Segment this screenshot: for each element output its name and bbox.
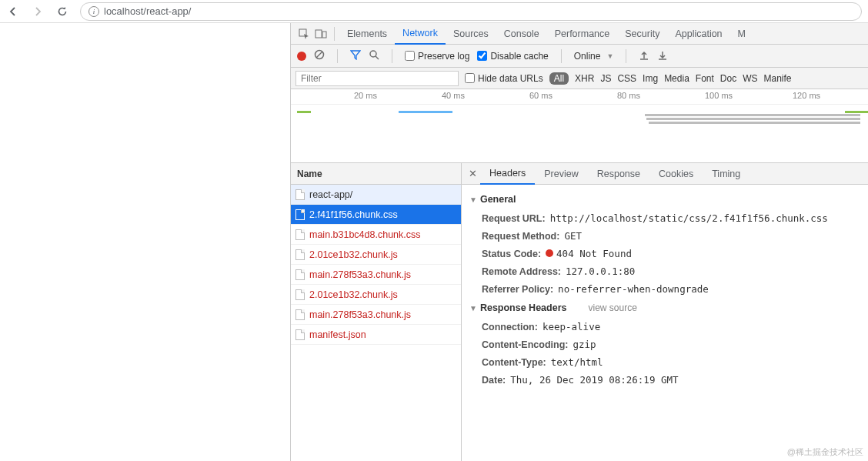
address-bar[interactable]: i localhost/react-app/ bbox=[80, 2, 862, 21]
request-name: 2.f41f1f56.chunk.css bbox=[309, 209, 398, 220]
details-tab-headers[interactable]: Headers bbox=[480, 163, 535, 185]
devtools-tab-security[interactable]: Security bbox=[617, 23, 667, 45]
header-row: Referrer Policy:no-referrer-when-downgra… bbox=[468, 280, 865, 298]
request-name: main.278f53a3.chunk.js bbox=[309, 269, 411, 280]
details-tab-timing[interactable]: Timing bbox=[703, 163, 749, 185]
forward-button[interactable] bbox=[31, 5, 45, 18]
header-value: 404 Not Found bbox=[546, 248, 632, 259]
svg-point-5 bbox=[370, 51, 376, 57]
devtools-tab-m[interactable]: M bbox=[730, 23, 753, 45]
filter-type-manife[interactable]: Manife bbox=[764, 73, 792, 84]
filter-input[interactable] bbox=[295, 71, 459, 86]
file-icon bbox=[295, 309, 305, 320]
filter-type-font[interactable]: Font bbox=[696, 73, 714, 84]
devtools-tab-sources[interactable]: Sources bbox=[446, 23, 496, 45]
watermark: @稀土掘金技术社区 bbox=[787, 446, 863, 458]
details-tab-cookies[interactable]: Cookies bbox=[649, 163, 703, 185]
header-key: Connection: bbox=[482, 322, 538, 332]
hide-data-urls-checkbox[interactable]: Hide data URLs bbox=[465, 73, 543, 84]
import-har-icon[interactable] bbox=[639, 49, 649, 62]
device-toolbar-icon[interactable] bbox=[312, 28, 329, 39]
filter-type-all[interactable]: All bbox=[549, 72, 569, 85]
header-row: Connection:keep-alive bbox=[468, 318, 865, 336]
caret-down-icon: ▼ bbox=[469, 195, 477, 204]
reload-button[interactable] bbox=[55, 5, 69, 18]
page-viewport bbox=[0, 23, 290, 461]
view-source-link[interactable]: view source bbox=[588, 302, 636, 313]
devtools-tab-console[interactable]: Console bbox=[496, 23, 547, 45]
clear-button[interactable] bbox=[314, 49, 325, 62]
chevron-down-icon: ▼ bbox=[606, 52, 613, 60]
disable-cache-checkbox[interactable]: Disable cache bbox=[477, 51, 548, 62]
site-info-icon[interactable]: i bbox=[88, 6, 99, 17]
svg-line-4 bbox=[316, 52, 322, 58]
header-key: Request URL: bbox=[482, 213, 546, 224]
filter-type-media[interactable]: Media bbox=[664, 73, 689, 84]
devtools-tab-elements[interactable]: Elements bbox=[339, 23, 395, 45]
request-row[interactable]: react-app/ bbox=[291, 185, 461, 205]
request-name: main.278f53a3.chunk.js bbox=[309, 309, 411, 320]
export-har-icon[interactable] bbox=[657, 49, 668, 62]
details-tab-strip: ✕ HeadersPreviewResponseCookiesTiming bbox=[462, 163, 868, 185]
filter-type-doc[interactable]: Doc bbox=[720, 73, 736, 84]
request-row[interactable]: main.278f53a3.chunk.js bbox=[291, 305, 461, 325]
devtools-tab-application[interactable]: Application bbox=[667, 23, 729, 45]
request-row[interactable]: 2.01ce1b32.chunk.js bbox=[291, 285, 461, 305]
filter-toggle-icon[interactable] bbox=[350, 49, 361, 62]
record-button[interactable] bbox=[297, 52, 306, 61]
preserve-log-checkbox[interactable]: Preserve log bbox=[405, 51, 469, 62]
network-request-list: Name react-app/2.f41f1f56.chunk.cssmain.… bbox=[291, 163, 462, 461]
header-key: Referrer Policy: bbox=[482, 284, 553, 295]
request-row[interactable]: main.b31bc4d8.chunk.css bbox=[291, 225, 461, 245]
header-key: Date: bbox=[482, 375, 506, 386]
inspect-element-icon[interactable] bbox=[295, 28, 312, 39]
header-row: Status Code:404 Not Found bbox=[468, 245, 865, 262]
request-row[interactable]: 2.01ce1b32.chunk.js bbox=[291, 245, 461, 265]
response-headers-section-header[interactable]: ▼Response Headersview source bbox=[468, 298, 865, 318]
filter-type-ws[interactable]: WS bbox=[743, 73, 757, 84]
network-toolbar: Preserve log Disable cache Online▼ bbox=[291, 45, 868, 68]
header-value: keep-alive bbox=[542, 321, 600, 332]
header-key: Remote Address: bbox=[482, 266, 561, 277]
svg-rect-2 bbox=[322, 32, 326, 38]
header-key: Content-Encoding: bbox=[482, 339, 568, 350]
devtools-tab-network[interactable]: Network bbox=[395, 23, 446, 45]
back-button[interactable] bbox=[6, 5, 20, 18]
header-row: Remote Address:127.0.0.1:80 bbox=[468, 262, 865, 280]
search-icon[interactable] bbox=[369, 49, 379, 62]
devtools-tab-performance[interactable]: Performance bbox=[547, 23, 618, 45]
svg-rect-1 bbox=[315, 30, 322, 38]
filter-type-js[interactable]: JS bbox=[600, 73, 611, 84]
network-timeline[interactable]: 20 ms 40 ms 60 ms 80 ms 100 ms 120 ms bbox=[291, 89, 868, 163]
header-row: Request Method:GET bbox=[468, 227, 865, 245]
filter-type-img[interactable]: Img bbox=[643, 73, 658, 84]
request-row[interactable]: manifest.json bbox=[291, 325, 461, 345]
file-icon bbox=[295, 329, 305, 340]
url-text: localhost/react-app/ bbox=[104, 5, 191, 17]
file-icon bbox=[295, 289, 305, 300]
request-name: manifest.json bbox=[309, 329, 366, 340]
request-name: 2.01ce1b32.chunk.js bbox=[309, 289, 398, 300]
name-column-header[interactable]: Name bbox=[291, 163, 461, 185]
devtools-tab-strip: ElementsNetworkSourcesConsolePerformance… bbox=[291, 23, 868, 45]
svg-line-6 bbox=[376, 56, 379, 59]
filter-type-xhr[interactable]: XHR bbox=[575, 73, 594, 84]
filter-type-css[interactable]: CSS bbox=[617, 73, 636, 84]
request-details-panel: ✕ HeadersPreviewResponseCookiesTiming ▼G… bbox=[462, 163, 868, 461]
header-value: text/html bbox=[551, 356, 603, 368]
browser-toolbar: i localhost/react-app/ bbox=[0, 0, 868, 23]
header-value: GET bbox=[564, 230, 582, 242]
details-tab-response[interactable]: Response bbox=[588, 163, 649, 185]
details-tab-preview[interactable]: Preview bbox=[535, 163, 587, 185]
header-row: Date:Thu, 26 Dec 2019 08:26:19 GMT bbox=[468, 371, 865, 389]
header-key: Status Code: bbox=[482, 249, 541, 259]
close-details-button[interactable]: ✕ bbox=[465, 168, 480, 179]
request-name: 2.01ce1b32.chunk.js bbox=[309, 249, 398, 260]
request-row[interactable]: main.278f53a3.chunk.js bbox=[291, 265, 461, 285]
request-name: react-app/ bbox=[309, 189, 352, 200]
header-key: Content-Type: bbox=[482, 357, 546, 368]
request-row[interactable]: 2.f41f1f56.chunk.css bbox=[291, 205, 461, 225]
file-icon bbox=[295, 189, 305, 200]
throttle-select[interactable]: Online▼ bbox=[574, 51, 614, 62]
general-section-header[interactable]: ▼General bbox=[468, 189, 865, 209]
